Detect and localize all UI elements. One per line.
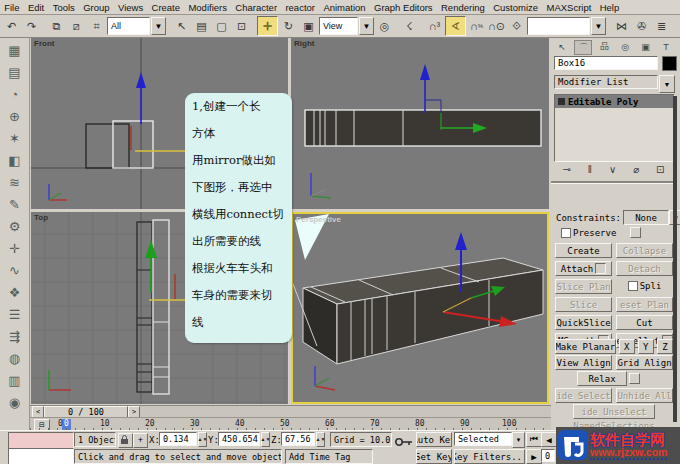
z-coordinate-field[interactable]: 67.56: [281, 432, 315, 446]
animation-tab-icon[interactable]: ⇶: [4, 326, 26, 347]
extras-tab-icon[interactable]: ◉: [4, 392, 26, 413]
menu-tools[interactable]: Tools: [48, 2, 79, 13]
schematic-tab-icon[interactable]: ☰: [4, 304, 26, 325]
set-key-button[interactable]: Set Key: [416, 449, 452, 464]
mirror-icon[interactable]: ⋈: [612, 17, 631, 35]
prev-frame-icon[interactable]: ◀: [541, 432, 557, 447]
view-align-button[interactable]: View Align: [555, 355, 612, 370]
detach-button[interactable]: Detach: [616, 261, 673, 276]
auto-key-button[interactable]: Auto Key: [416, 432, 452, 447]
object-color-swatch[interactable]: [662, 56, 677, 71]
keyboard-shortcut-override-icon[interactable]: [394, 436, 414, 448]
compounds-tab-icon[interactable]: ◔: [4, 84, 26, 105]
hide-selected-button[interactable]: ide Select: [555, 388, 612, 403]
layer-manager-icon[interactable]: ≣: [652, 17, 671, 35]
create-tab-icon[interactable]: ↖: [554, 40, 570, 53]
preserve-settings-icon[interactable]: [630, 227, 641, 238]
select-object-icon[interactable]: ↖: [172, 17, 191, 35]
modifier-list-dropdown[interactable]: Modifier List: [554, 75, 658, 89]
modeling-tab-icon[interactable]: ⚙: [4, 216, 26, 237]
angle-snap-icon[interactable]: ∢: [445, 16, 466, 36]
select-by-name-icon[interactable]: ▤: [192, 17, 211, 35]
y-spinner[interactable]: ▲▼: [261, 432, 270, 447]
modifiers-tab-icon[interactable]: ✎: [4, 194, 26, 215]
planar-z-button[interactable]: Z: [657, 339, 673, 354]
track-bar[interactable]: ⊟ 0 0 10 20 30 40 50 60 70 80 90 100: [30, 417, 551, 431]
modify-tab-icon[interactable]: ⌒: [574, 40, 592, 55]
menu-maxscript[interactable]: MAXScript: [542, 2, 595, 13]
planar-y-button[interactable]: Y: [638, 339, 654, 354]
preserve-checkbox[interactable]: [561, 228, 571, 238]
menu-views[interactable]: Views: [114, 2, 148, 13]
absolute-offset-toggle-icon[interactable]: +: [133, 433, 148, 448]
radiosity-tab-icon[interactable]: ∿: [4, 260, 26, 281]
selection-filter-dropdown[interactable]: All: [107, 17, 150, 35]
make-unique-icon[interactable]: ∨: [609, 164, 616, 175]
menu-customize[interactable]: Customize: [489, 2, 542, 13]
menu-modifiers[interactable]: Modifiers: [184, 2, 231, 13]
selected-set-arrow-icon[interactable]: ▼: [512, 432, 525, 448]
particles-tab-icon[interactable]: ✶: [4, 128, 26, 149]
viewport-right[interactable]: Right: [291, 38, 549, 209]
constraints-dropdown[interactable]: None: [623, 210, 669, 225]
viewport-perspective[interactable]: Perspective: [291, 212, 549, 404]
go-to-start-icon[interactable]: ⏮: [526, 432, 542, 447]
selection-filter-arrow-icon[interactable]: ▼: [151, 17, 166, 35]
window-crossing-icon[interactable]: ⊡: [232, 17, 251, 35]
create-button[interactable]: Create: [555, 243, 612, 258]
collapse-button[interactable]: Collapse: [616, 243, 673, 258]
lights-cameras-tab-icon[interactable]: ⊕: [4, 106, 26, 127]
split-checkbox-row[interactable]: Spli: [616, 279, 673, 292]
snap-toggle-3d-icon[interactable]: ∩³: [425, 17, 444, 35]
unhide-all-button[interactable]: Unhide All: [616, 388, 673, 403]
motion-tab-icon[interactable]: ◎: [617, 40, 633, 53]
next-frame-icon[interactable]: ▶: [526, 449, 542, 464]
panel-scrollbar[interactable]: [673, 96, 677, 422]
attach-button[interactable]: Attach: [555, 261, 612, 276]
object-name-field[interactable]: Box16: [554, 56, 658, 70]
hide-unselected-button[interactable]: ide Unselect: [573, 404, 655, 419]
menu-character[interactable]: Character: [231, 2, 281, 13]
grid-align-button[interactable]: Grid Align: [616, 355, 673, 370]
bind-to-spacewarp-icon[interactable]: ⌗: [87, 17, 106, 35]
slice-plane-button[interactable]: Slice Plan: [555, 279, 612, 294]
redo-icon[interactable]: ↷: [22, 17, 41, 35]
menu-animation[interactable]: Animation: [319, 2, 370, 13]
spacewarps-tab-icon[interactable]: ≋: [4, 172, 26, 193]
display-tab-icon[interactable]: ▣: [638, 40, 654, 53]
shapes-tab-icon[interactable]: ▤: [4, 62, 26, 83]
relax-settings-icon[interactable]: [629, 373, 640, 384]
helpers-tab-icon[interactable]: ◧: [4, 150, 26, 171]
utilities-tab-icon[interactable]: Τ: [658, 40, 674, 53]
planar-x-button[interactable]: X: [619, 339, 635, 354]
reference-coordinate-arrow-icon[interactable]: ▼: [359, 17, 374, 35]
select-and-move-icon[interactable]: ✛: [257, 16, 278, 36]
named-sets-arrow-icon[interactable]: ▼: [591, 17, 606, 35]
relax-button[interactable]: Relax: [577, 371, 627, 386]
menu-help[interactable]: Help: [596, 2, 624, 13]
select-and-scale-icon[interactable]: ▣: [299, 17, 318, 35]
menu-file[interactable]: File: [0, 2, 24, 13]
y-coordinate-field[interactable]: 450.654: [218, 432, 260, 446]
maxscript-listener-pink[interactable]: [8, 432, 74, 449]
rectangular-selection-region-icon[interactable]: ▢: [212, 17, 231, 35]
undo-icon[interactable]: ↶: [2, 17, 21, 35]
menu-graph-editors[interactable]: Graph Editors: [370, 2, 437, 13]
rendering-tab-icon[interactable]: ✛: [4, 238, 26, 259]
menu-create[interactable]: Create: [147, 2, 184, 13]
attach-settings-icon[interactable]: [595, 263, 606, 274]
selection-lock-icon[interactable]: [118, 433, 133, 448]
reference-coordinate-dropdown[interactable]: View: [319, 17, 358, 35]
use-pivot-point-icon[interactable]: ◎: [375, 17, 394, 35]
align-icon[interactable]: ✇: [632, 17, 651, 35]
x-coordinate-field[interactable]: 0.134: [159, 432, 197, 446]
frame-number-field[interactable]: 0: [541, 449, 555, 462]
reset-plane-button[interactable]: eset Plan: [616, 297, 673, 312]
z-spinner[interactable]: ▲▼: [316, 432, 325, 447]
hierarchy-tab-icon[interactable]: 品: [597, 40, 613, 53]
slice-button[interactable]: Slice: [555, 297, 612, 312]
objects-tab-icon[interactable]: ▦: [4, 40, 26, 61]
select-and-manipulate-icon[interactable]: ☇: [400, 17, 419, 35]
percent-snap-icon[interactable]: ∩%: [467, 17, 486, 35]
select-and-link-icon[interactable]: ⧉: [47, 17, 66, 35]
